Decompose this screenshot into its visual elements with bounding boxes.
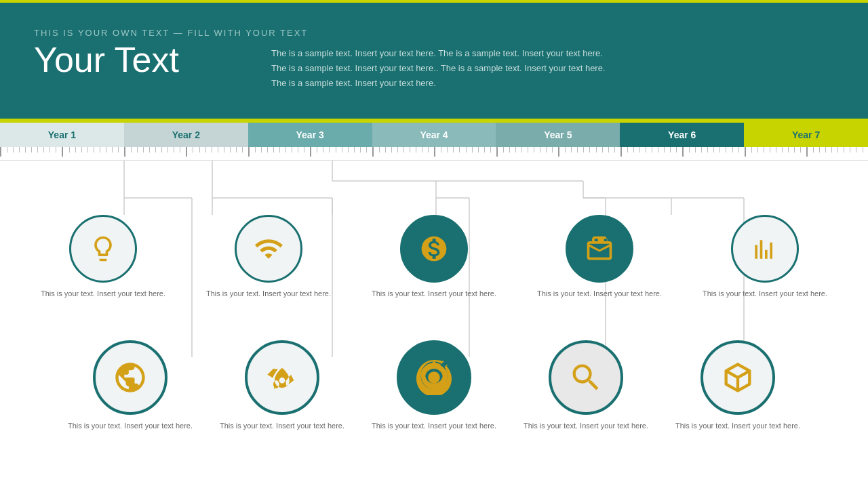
year-tab-5[interactable]: Year 5: [496, 123, 620, 147]
cube-text: This is your text. Insert your text here…: [675, 420, 800, 432]
dollar-icon-circle: [400, 215, 468, 283]
briefcase-icon-circle: [566, 215, 633, 283]
ruler: [0, 147, 868, 161]
icon-item-dollar: This is your text. Insert your text here…: [372, 215, 496, 300]
icon-item-rocket: This is your text. Insert your text here…: [220, 340, 344, 432]
header-title: Your Text: [34, 41, 251, 79]
icon-item-chart: This is your text. Insert your text here…: [703, 215, 827, 300]
lightbulb-icon-circle: [69, 215, 137, 283]
search-text: This is your text. Insert your text here…: [524, 420, 648, 432]
briefcase-icon: [585, 234, 614, 264]
chart-icon: [750, 234, 780, 264]
year-tab-3[interactable]: Year 3: [248, 123, 372, 147]
year-tab-7[interactable]: Year 7: [744, 123, 868, 147]
header-accent-line: [0, 0, 868, 3]
year-tab-2[interactable]: Year 2: [124, 123, 248, 147]
target-icon-circle: [397, 340, 471, 415]
icon-item-search: This is your text. Insert your text here…: [524, 340, 648, 432]
cube-icon-circle: [701, 340, 775, 415]
icon-item-briefcase: This is your text. Insert your text here…: [537, 215, 662, 300]
year-tab-1[interactable]: Year 1: [0, 123, 124, 147]
dollar-text: This is your text. Insert your text here…: [372, 288, 496, 300]
lightbulb-icon: [88, 234, 118, 264]
chart-text: This is your text. Insert your text here…: [703, 288, 827, 300]
rocket-icon-circle: [245, 340, 319, 415]
main-content: This is your text. Insert your text here…: [0, 161, 868, 488]
target-text: This is your text. Insert your text here…: [372, 420, 496, 432]
header-subtitle: THIS IS YOUR OWN TEXT — FILL WITH YOUR T…: [34, 28, 834, 38]
wifi-icon-circle: [235, 215, 302, 283]
year-tab-4[interactable]: Year 4: [372, 123, 496, 147]
lightbulb-text: This is your text. Insert your text here…: [41, 288, 165, 300]
row2-icons: This is your text. Insert your text here…: [0, 300, 868, 432]
icon-item-wifi: This is your text. Insert your text here…: [206, 215, 331, 300]
svg-point-25: [429, 373, 438, 382]
globe-text: This is your text. Insert your text here…: [68, 420, 193, 432]
row1-icons: This is your text. Insert your text here…: [0, 161, 868, 300]
wifi-text: This is your text. Insert your text here…: [206, 288, 331, 300]
rocket-text: This is your text. Insert your text here…: [220, 420, 344, 432]
icon-item-cube: This is your text. Insert your text here…: [675, 340, 800, 432]
header: THIS IS YOUR OWN TEXT — FILL WITH YOUR T…: [0, 0, 868, 119]
target-icon: [416, 360, 452, 395]
year-tabs: Year 1 Year 2 Year 3 Year 4 Year 5 Year …: [0, 123, 868, 147]
globe-icon: [113, 360, 148, 395]
header-description: The is a sample text. Insert your text h…: [271, 41, 606, 91]
dollar-icon: [419, 234, 449, 264]
icon-item-globe: This is your text. Insert your text here…: [68, 340, 193, 432]
globe-icon-circle: [93, 340, 167, 415]
cube-icon: [720, 360, 755, 395]
icon-item-target: This is your text. Insert your text here…: [372, 340, 496, 432]
search-icon-circle: [549, 340, 623, 415]
year-tab-6[interactable]: Year 6: [620, 123, 744, 147]
icon-item-lightbulb: This is your text. Insert your text here…: [41, 215, 165, 300]
briefcase-text: This is your text. Insert your text here…: [537, 288, 662, 300]
wifi-icon: [254, 234, 283, 264]
chart-icon-circle: [731, 215, 799, 283]
search-icon: [568, 360, 604, 395]
rocket-icon: [264, 360, 300, 395]
